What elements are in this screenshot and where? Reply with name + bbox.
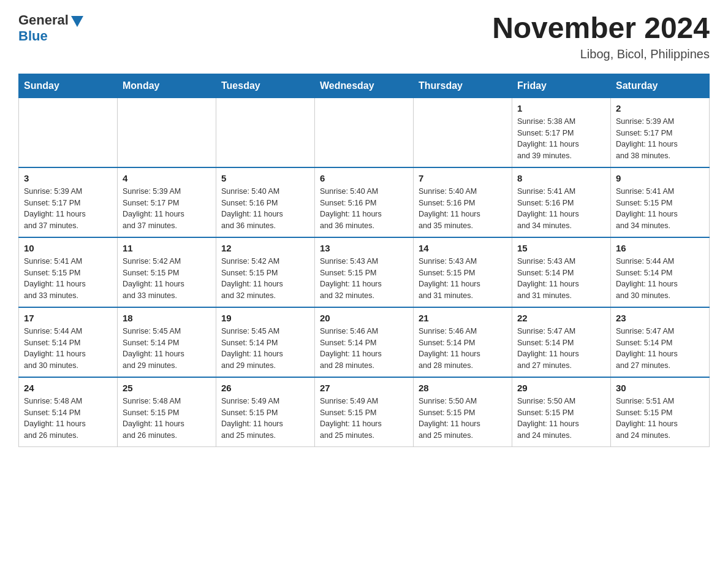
calendar-cell: 18Sunrise: 5:45 AM Sunset: 5:14 PM Dayli…: [118, 307, 216, 377]
col-header-thursday: Thursday: [414, 74, 512, 98]
calendar-cell: 24Sunrise: 5:48 AM Sunset: 5:14 PM Dayli…: [19, 377, 118, 447]
day-info: Sunrise: 5:41 AM Sunset: 5:15 PM Dayligh…: [616, 186, 704, 232]
day-info: Sunrise: 5:44 AM Sunset: 5:14 PM Dayligh…: [24, 326, 112, 372]
day-info: Sunrise: 5:42 AM Sunset: 5:15 PM Dayligh…: [123, 256, 211, 302]
calendar-cell: 16Sunrise: 5:44 AM Sunset: 5:14 PM Dayli…: [611, 237, 710, 307]
calendar-cell: 27Sunrise: 5:49 AM Sunset: 5:15 PM Dayli…: [315, 377, 414, 447]
day-info: Sunrise: 5:50 AM Sunset: 5:15 PM Dayligh…: [517, 396, 605, 442]
calendar-cell: 9Sunrise: 5:41 AM Sunset: 5:15 PM Daylig…: [611, 167, 710, 237]
calendar-cell: 2Sunrise: 5:39 AM Sunset: 5:17 PM Daylig…: [611, 98, 710, 167]
day-number: 4: [123, 173, 211, 183]
day-number: 13: [320, 243, 408, 253]
day-info: Sunrise: 5:38 AM Sunset: 5:17 PM Dayligh…: [517, 116, 605, 162]
day-info: Sunrise: 5:43 AM Sunset: 5:15 PM Dayligh…: [320, 256, 408, 302]
calendar-cell: 26Sunrise: 5:49 AM Sunset: 5:15 PM Dayli…: [216, 377, 315, 447]
day-number: 26: [221, 383, 309, 393]
calendar-title: November 2024: [492, 12, 710, 45]
day-info: Sunrise: 5:40 AM Sunset: 5:16 PM Dayligh…: [221, 186, 309, 232]
logo-text-general: General: [18, 12, 69, 28]
logo: General Blue: [18, 12, 83, 45]
day-number: 23: [616, 313, 704, 323]
calendar-cell: 3Sunrise: 5:39 AM Sunset: 5:17 PM Daylig…: [19, 167, 118, 237]
day-number: 17: [24, 313, 112, 323]
calendar-table: SundayMondayTuesdayWednesdayThursdayFrid…: [18, 74, 710, 447]
calendar-week-row: 10Sunrise: 5:41 AM Sunset: 5:15 PM Dayli…: [19, 237, 710, 307]
day-info: Sunrise: 5:47 AM Sunset: 5:14 PM Dayligh…: [616, 326, 704, 372]
calendar-week-row: 17Sunrise: 5:44 AM Sunset: 5:14 PM Dayli…: [19, 307, 710, 377]
day-info: Sunrise: 5:43 AM Sunset: 5:14 PM Dayligh…: [517, 256, 605, 302]
calendar-cell: 1Sunrise: 5:38 AM Sunset: 5:17 PM Daylig…: [512, 98, 611, 167]
day-number: 21: [419, 313, 507, 323]
day-info: Sunrise: 5:39 AM Sunset: 5:17 PM Dayligh…: [24, 186, 112, 232]
calendar-cell: 13Sunrise: 5:43 AM Sunset: 5:15 PM Dayli…: [315, 237, 414, 307]
day-number: 1: [517, 103, 605, 113]
calendar-cell: 4Sunrise: 5:39 AM Sunset: 5:17 PM Daylig…: [118, 167, 216, 237]
day-info: Sunrise: 5:48 AM Sunset: 5:14 PM Dayligh…: [24, 396, 112, 442]
calendar-cell: 22Sunrise: 5:47 AM Sunset: 5:14 PM Dayli…: [512, 307, 611, 377]
day-info: Sunrise: 5:40 AM Sunset: 5:16 PM Dayligh…: [320, 186, 408, 232]
day-number: 28: [419, 383, 507, 393]
day-info: Sunrise: 5:46 AM Sunset: 5:14 PM Dayligh…: [320, 326, 408, 372]
day-info: Sunrise: 5:39 AM Sunset: 5:17 PM Dayligh…: [616, 116, 704, 162]
col-header-tuesday: Tuesday: [216, 74, 315, 98]
day-number: 19: [221, 313, 309, 323]
day-number: 25: [123, 383, 211, 393]
day-number: 12: [221, 243, 309, 253]
calendar-cell: 17Sunrise: 5:44 AM Sunset: 5:14 PM Dayli…: [19, 307, 118, 377]
calendar-cell: 14Sunrise: 5:43 AM Sunset: 5:15 PM Dayli…: [414, 237, 512, 307]
day-number: 14: [419, 243, 507, 253]
calendar-cell: 28Sunrise: 5:50 AM Sunset: 5:15 PM Dayli…: [414, 377, 512, 447]
day-info: Sunrise: 5:42 AM Sunset: 5:15 PM Dayligh…: [221, 256, 309, 302]
calendar-cell: [315, 98, 414, 167]
col-header-wednesday: Wednesday: [315, 74, 414, 98]
calendar-week-row: 24Sunrise: 5:48 AM Sunset: 5:14 PM Dayli…: [19, 377, 710, 447]
logo-text-blue: Blue: [18, 28, 83, 44]
calendar-cell: 7Sunrise: 5:40 AM Sunset: 5:16 PM Daylig…: [414, 167, 512, 237]
day-info: Sunrise: 5:41 AM Sunset: 5:15 PM Dayligh…: [24, 256, 112, 302]
calendar-cell: 25Sunrise: 5:48 AM Sunset: 5:15 PM Dayli…: [118, 377, 216, 447]
calendar-cell: 19Sunrise: 5:45 AM Sunset: 5:14 PM Dayli…: [216, 307, 315, 377]
day-info: Sunrise: 5:44 AM Sunset: 5:14 PM Dayligh…: [616, 256, 704, 302]
logo-triangle-icon: [71, 16, 83, 27]
day-number: 16: [616, 243, 704, 253]
calendar-cell: 6Sunrise: 5:40 AM Sunset: 5:16 PM Daylig…: [315, 167, 414, 237]
day-info: Sunrise: 5:51 AM Sunset: 5:15 PM Dayligh…: [616, 396, 704, 442]
col-header-friday: Friday: [512, 74, 611, 98]
day-info: Sunrise: 5:46 AM Sunset: 5:14 PM Dayligh…: [419, 326, 507, 372]
calendar-cell: 10Sunrise: 5:41 AM Sunset: 5:15 PM Dayli…: [19, 237, 118, 307]
col-header-sunday: Sunday: [19, 74, 118, 98]
day-info: Sunrise: 5:41 AM Sunset: 5:16 PM Dayligh…: [517, 186, 605, 232]
calendar-cell: [414, 98, 512, 167]
day-number: 27: [320, 383, 408, 393]
calendar-cell: 8Sunrise: 5:41 AM Sunset: 5:16 PM Daylig…: [512, 167, 611, 237]
day-number: 5: [221, 173, 309, 183]
calendar-cell: 11Sunrise: 5:42 AM Sunset: 5:15 PM Dayli…: [118, 237, 216, 307]
day-number: 29: [517, 383, 605, 393]
day-number: 22: [517, 313, 605, 323]
day-number: 20: [320, 313, 408, 323]
day-info: Sunrise: 5:43 AM Sunset: 5:15 PM Dayligh…: [419, 256, 507, 302]
day-number: 3: [24, 173, 112, 183]
calendar-cell: 23Sunrise: 5:47 AM Sunset: 5:14 PM Dayli…: [611, 307, 710, 377]
day-number: 10: [24, 243, 112, 253]
calendar-cell: [19, 98, 118, 167]
day-number: 2: [616, 103, 704, 113]
calendar-week-row: 3Sunrise: 5:39 AM Sunset: 5:17 PM Daylig…: [19, 167, 710, 237]
calendar-cell: 20Sunrise: 5:46 AM Sunset: 5:14 PM Dayli…: [315, 307, 414, 377]
calendar-cell: [216, 98, 315, 167]
calendar-cell: [118, 98, 216, 167]
calendar-cell: 29Sunrise: 5:50 AM Sunset: 5:15 PM Dayli…: [512, 377, 611, 447]
day-info: Sunrise: 5:45 AM Sunset: 5:14 PM Dayligh…: [123, 326, 211, 372]
calendar-week-row: 1Sunrise: 5:38 AM Sunset: 5:17 PM Daylig…: [19, 98, 710, 167]
day-info: Sunrise: 5:49 AM Sunset: 5:15 PM Dayligh…: [320, 396, 408, 442]
day-number: 9: [616, 173, 704, 183]
col-header-saturday: Saturday: [611, 74, 710, 98]
calendar-cell: 15Sunrise: 5:43 AM Sunset: 5:14 PM Dayli…: [512, 237, 611, 307]
day-info: Sunrise: 5:49 AM Sunset: 5:15 PM Dayligh…: [221, 396, 309, 442]
page-header: General Blue November 2024 Libog, Bicol,…: [18, 12, 710, 61]
calendar-cell: 21Sunrise: 5:46 AM Sunset: 5:14 PM Dayli…: [414, 307, 512, 377]
day-info: Sunrise: 5:50 AM Sunset: 5:15 PM Dayligh…: [419, 396, 507, 442]
calendar-cell: 12Sunrise: 5:42 AM Sunset: 5:15 PM Dayli…: [216, 237, 315, 307]
title-block: November 2024 Libog, Bicol, Philippines: [492, 12, 710, 61]
day-info: Sunrise: 5:39 AM Sunset: 5:17 PM Dayligh…: [123, 186, 211, 232]
